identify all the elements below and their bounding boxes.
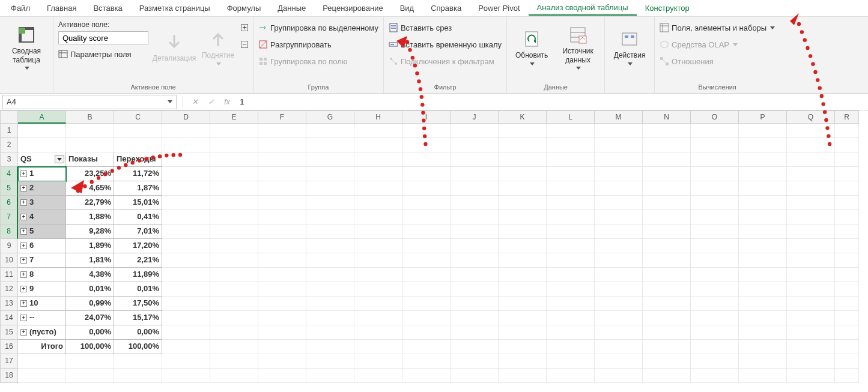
cell[interactable] [210,167,258,181]
menu-tab-вставка[interactable]: Вставка [85,1,130,15]
cell[interactable] [306,167,354,181]
row-header[interactable]: 3 [0,152,18,167]
cell[interactable] [547,181,595,196]
cell[interactable] [258,282,306,297]
expand-icon[interactable]: + [20,315,27,321]
cell[interactable] [162,282,210,297]
cell[interactable] [643,181,691,196]
cell[interactable]: +2 [18,181,66,196]
cell[interactable] [210,152,258,167]
column-header[interactable]: Q [787,110,835,124]
cell[interactable] [210,124,258,138]
cell[interactable] [66,138,114,152]
select-all-corner[interactable] [0,110,18,124]
cell[interactable] [547,311,595,325]
cell[interactable] [643,297,691,311]
row-header[interactable]: 9 [0,239,18,253]
cell[interactable] [643,210,691,225]
data-source-button[interactable]: Источник данных [556,19,599,76]
cell[interactable] [451,340,499,354]
cell[interactable] [643,340,691,354]
cell[interactable] [835,210,859,225]
cell[interactable] [739,167,787,181]
cell[interactable] [354,124,402,138]
cell[interactable] [258,340,306,354]
row-header[interactable]: 4 [0,167,18,181]
cell[interactable] [691,325,739,340]
cell[interactable]: 11,72% [114,167,162,181]
cell[interactable] [499,181,547,196]
cell[interactable] [739,239,787,253]
cell[interactable] [835,340,859,354]
cell[interactable] [499,268,547,282]
cell[interactable] [547,325,595,340]
expand-icon[interactable]: + [20,199,27,206]
cell[interactable]: 24,07% [66,311,114,325]
cell[interactable] [306,181,354,196]
cell[interactable] [451,225,499,239]
cell[interactable] [787,369,835,383]
cell[interactable] [835,181,859,196]
row-header[interactable]: 17 [0,354,18,369]
cell[interactable] [402,152,451,167]
cell[interactable] [547,225,595,239]
cell[interactable] [306,225,354,239]
cell[interactable] [547,152,595,167]
column-header[interactable]: A [18,110,66,124]
cell[interactable] [162,297,210,311]
cell[interactable]: 0,00% [114,325,162,340]
cell[interactable] [643,225,691,239]
cell[interactable] [787,167,835,181]
formula-input[interactable] [235,97,868,106]
cell[interactable] [835,282,859,297]
expand-icon[interactable]: + [20,185,27,191]
cell[interactable]: 17,20% [114,239,162,253]
cell[interactable] [595,239,643,253]
insert-slicer-button[interactable]: Вставить срез [389,20,502,35]
menu-tab-главная[interactable]: Главная [38,1,85,15]
cell[interactable]: 23,25% [66,167,114,181]
cell[interactable] [451,325,499,340]
cell[interactable] [739,340,787,354]
cell[interactable] [402,239,451,253]
cell[interactable] [114,138,162,152]
cell[interactable] [691,196,739,210]
cell[interactable] [643,311,691,325]
cell[interactable] [258,354,306,369]
cell[interactable] [162,268,210,282]
expand-icon[interactable]: + [20,271,27,278]
cell[interactable]: 1,87% [114,181,162,196]
expand-icon[interactable]: + [20,329,27,336]
cell[interactable] [739,297,787,311]
name-box[interactable]: A4 [2,95,177,109]
cell[interactable] [499,282,547,297]
cell[interactable]: 0,01% [114,282,162,297]
cell[interactable] [787,297,835,311]
cell[interactable] [402,181,451,196]
cell[interactable] [643,282,691,297]
cell[interactable] [547,297,595,311]
cell[interactable] [451,239,499,253]
row-header[interactable]: 11 [0,268,18,282]
cell[interactable]: 9,28% [66,225,114,239]
menu-tab-вид[interactable]: Вид [392,1,423,15]
cell[interactable] [354,268,402,282]
cell[interactable] [499,354,547,369]
cell[interactable] [547,340,595,354]
cell[interactable] [306,325,354,340]
cell[interactable] [306,239,354,253]
cell[interactable] [306,369,354,383]
cell[interactable] [547,239,595,253]
cell[interactable] [210,253,258,268]
cell[interactable] [739,253,787,268]
collapse-field-button[interactable]: − [241,37,248,52]
field-params-button[interactable]: Параметры поля [58,47,148,61]
cell[interactable]: +1 [18,167,66,181]
cell[interactable] [354,325,402,340]
cell[interactable] [451,138,499,152]
cell[interactable] [402,297,451,311]
cell[interactable] [643,325,691,340]
cell[interactable] [210,138,258,152]
expand-icon[interactable]: + [20,214,27,220]
cell[interactable] [787,325,835,340]
